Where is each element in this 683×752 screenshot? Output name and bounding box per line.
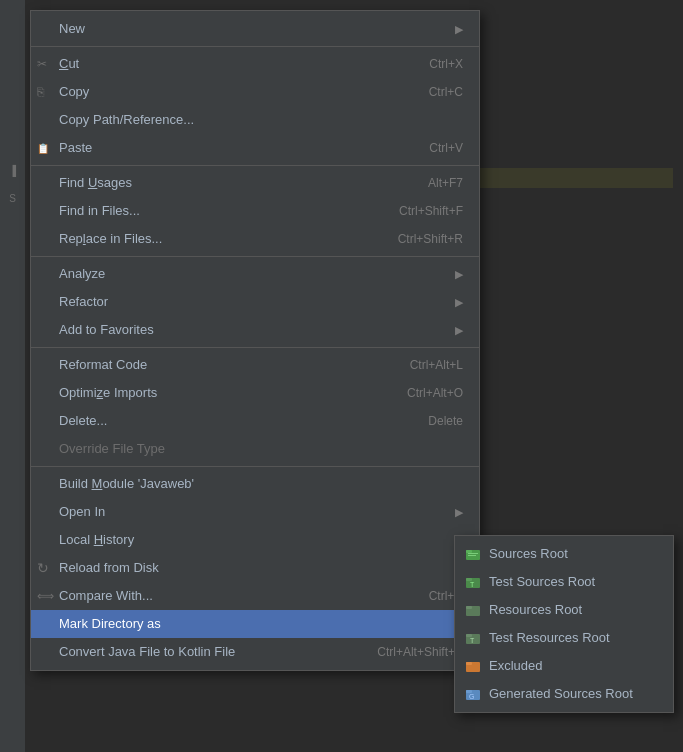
- menu-item-cut[interactable]: Cut Ctrl+X: [31, 50, 479, 78]
- reload-icon: [37, 557, 49, 580]
- svg-rect-13: [466, 662, 472, 665]
- menu-item-local-history[interactable]: Local History ▶: [31, 526, 479, 554]
- menu-item-reformat[interactable]: Reformat Code Ctrl+Alt+L: [31, 351, 479, 379]
- separator-5: [31, 466, 479, 467]
- submenu-item-resources-root[interactable]: Resources Root: [455, 596, 673, 624]
- menu-item-open-in[interactable]: Open In ▶: [31, 498, 479, 526]
- menu-item-paste[interactable]: Paste Ctrl+V: [31, 134, 479, 162]
- separator-4: [31, 347, 479, 348]
- generated-sources-icon: G: [465, 686, 481, 702]
- paste-icon: [37, 137, 49, 160]
- sidebar-icon-1[interactable]: ▐: [3, 160, 23, 180]
- submenu-item-excluded[interactable]: Excluded: [455, 652, 673, 680]
- menu-item-analyze[interactable]: Analyze ▶: [31, 260, 479, 288]
- menu-item-override-file-type: Override File Type: [31, 435, 479, 463]
- menu-item-copy[interactable]: Copy Ctrl+C: [31, 78, 479, 106]
- separator-3: [31, 256, 479, 257]
- context-menu: New ▶ Cut Ctrl+X Copy Ctrl+C Copy Path/R…: [30, 10, 480, 671]
- sources-root-icon: [465, 546, 481, 562]
- test-resources-root-icon: T: [465, 630, 481, 646]
- menu-item-add-favorites[interactable]: Add to Favorites ▶: [31, 316, 479, 344]
- svg-text:T: T: [470, 637, 475, 644]
- menu-item-new[interactable]: New ▶: [31, 15, 479, 43]
- submenu-item-test-resources-root[interactable]: T Test Resources Root: [455, 624, 673, 652]
- menu-item-find-usages[interactable]: Find Usages Alt+F7: [31, 169, 479, 197]
- menu-item-replace-in-files[interactable]: Replace in Files... Ctrl+Shift+R: [31, 225, 479, 253]
- separator-1: [31, 46, 479, 47]
- cut-icon: [37, 53, 47, 75]
- menu-item-optimize-imports[interactable]: Optimize Imports Ctrl+Alt+O: [31, 379, 479, 407]
- menu-item-mark-directory[interactable]: Mark Directory as ▶: [31, 610, 479, 638]
- menu-item-compare-with[interactable]: Compare With... Ctrl+D: [31, 582, 479, 610]
- sidebar-panel: ▐ S: [0, 0, 25, 752]
- svg-rect-8: [466, 606, 472, 609]
- submenu-item-generated-sources[interactable]: G Generated Sources Root: [455, 680, 673, 708]
- menu-item-find-in-files[interactable]: Find in Files... Ctrl+Shift+F: [31, 197, 479, 225]
- menu-item-copy-path[interactable]: Copy Path/Reference...: [31, 106, 479, 134]
- test-sources-root-icon: T: [465, 574, 481, 590]
- menu-item-convert-kotlin[interactable]: Convert Java File to Kotlin File Ctrl+Al…: [31, 638, 479, 666]
- svg-rect-3: [468, 555, 476, 556]
- menu-item-reload-disk[interactable]: Reload from Disk: [31, 554, 479, 582]
- compare-icon: [37, 585, 54, 607]
- menu-item-build-module[interactable]: Build Module 'Javaweb': [31, 470, 479, 498]
- resources-root-icon: [465, 602, 481, 618]
- submenu-item-test-sources-root[interactable]: T Test Sources Root: [455, 568, 673, 596]
- menu-item-refactor[interactable]: Refactor ▶: [31, 288, 479, 316]
- svg-rect-2: [468, 553, 478, 554]
- svg-text:T: T: [470, 581, 475, 588]
- submenu-mark-directory: Sources Root T Test Sources Root Resourc…: [454, 535, 674, 713]
- svg-rect-1: [466, 550, 472, 553]
- excluded-icon: [465, 658, 481, 674]
- sidebar-icon-2[interactable]: S: [3, 188, 23, 208]
- submenu-item-sources-root[interactable]: Sources Root: [455, 540, 673, 568]
- menu-item-delete[interactable]: Delete... Delete: [31, 407, 479, 435]
- svg-text:G: G: [469, 693, 474, 700]
- copy-icon: [37, 81, 44, 103]
- separator-2: [31, 165, 479, 166]
